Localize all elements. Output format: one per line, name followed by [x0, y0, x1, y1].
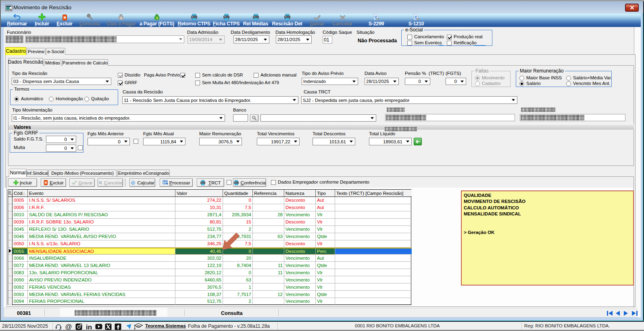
svg-text:@: @ — [65, 323, 72, 330]
svg-text:in: in — [86, 323, 92, 330]
